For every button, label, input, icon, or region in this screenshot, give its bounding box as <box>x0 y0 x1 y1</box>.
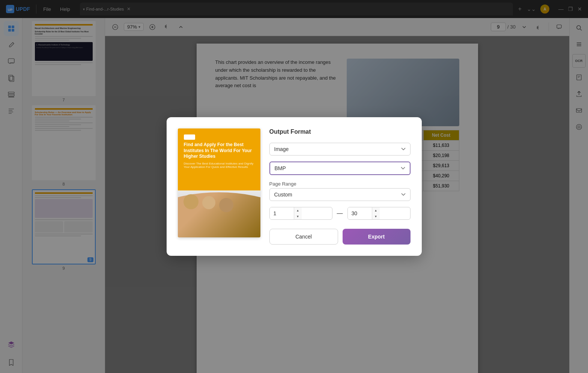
range-start-arrows: ▲ ▼ <box>294 207 302 219</box>
modal-preview: Find and Apply For the Best Institutes I… <box>178 128 260 245</box>
preview-image <box>178 190 260 237</box>
export-button[interactable]: Export <box>343 229 411 245</box>
range-start-input[interactable] <box>270 207 292 219</box>
format-type-select[interactable]: BMP PNG JPG TIFF <box>269 162 411 175</box>
modal-footer: Cancel Export <box>269 229 411 245</box>
modal-form: Output Format Image PDF Word BMP PNG JPG… <box>269 128 411 245</box>
range-end-group: ▲ ▼ <box>347 207 411 220</box>
range-end-input[interactable] <box>348 207 370 219</box>
range-end-up[interactable]: ▲ <box>372 207 380 213</box>
preview-card: Find and Apply For the Best Institutes I… <box>178 128 260 237</box>
range-dash: — <box>335 210 344 217</box>
output-format-group: Image PDF Word <box>269 143 411 156</box>
format-type-group: BMP PNG JPG TIFF <box>269 162 411 175</box>
range-start-group: ▲ ▼ <box>269 207 332 220</box>
modal-title: Output Format <box>269 128 411 135</box>
page-range-group: Page Range Custom All Pages Current Page <box>269 181 411 201</box>
export-modal: Find and Apply For the Best Institutes I… <box>167 117 422 256</box>
preview-logo <box>184 134 195 140</box>
preview-title: Find and Apply For the Best Institutes I… <box>184 142 254 160</box>
page-range-label: Page Range <box>269 181 411 187</box>
range-start-down[interactable]: ▼ <box>294 213 302 219</box>
modal-overlay[interactable]: Find and Apply For the Best Institutes I… <box>0 0 588 373</box>
page-range-row: ▲ ▼ — ▲ ▼ <box>269 207 411 220</box>
person-2 <box>202 196 215 209</box>
preview-card-top: Find and Apply For the Best Institutes I… <box>178 128 260 190</box>
person-3 <box>219 198 233 212</box>
person-1 <box>183 194 199 209</box>
output-format-select[interactable]: Image PDF Word <box>269 143 411 156</box>
range-start-up[interactable]: ▲ <box>294 207 302 213</box>
range-end-down[interactable]: ▼ <box>372 213 380 219</box>
preview-subtitle: Discover The Best Educational Institutes… <box>184 162 254 169</box>
range-end-arrows: ▲ ▼ <box>372 207 380 219</box>
page-range-select[interactable]: Custom All Pages Current Page <box>269 188 411 201</box>
cancel-button[interactable]: Cancel <box>269 229 338 245</box>
